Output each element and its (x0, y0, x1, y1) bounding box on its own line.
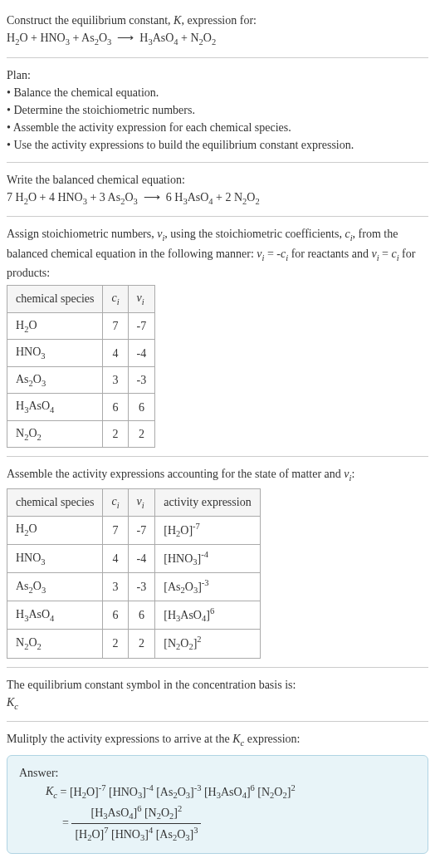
table-header: activity expression (155, 489, 260, 517)
table-cell: 6 (128, 394, 155, 421)
plan-item: • Assemble the activity expression for e… (7, 119, 428, 136)
balanced-equation: 7 H2O + 4 HNO3 + 3 As2O3 ⟶ 6 H3AsO4 + 2 … (7, 189, 428, 208)
table-cell: 2 (103, 630, 128, 658)
stoich-section: Assign stoichiometric numbers, νi, using… (7, 220, 428, 453)
table-cell: [H3AsO4]6 (155, 601, 260, 630)
table-cell: [As2O3]-3 (155, 572, 260, 601)
table-row: H2O 7 -7 [H2O]-7 (7, 516, 261, 544)
table-cell: H3AsO4 (7, 601, 103, 630)
table-cell: [H2O]-7 (155, 516, 260, 544)
activity-section: Assemble the activity expressions accoun… (7, 460, 428, 663)
table-cell: As2O3 (7, 572, 103, 601)
divider (7, 456, 428, 457)
divider (7, 162, 428, 163)
plan-item: • Use the activity expressions to build … (7, 136, 428, 154)
table-row: N2O2 2 2 [N2O2]2 (7, 630, 261, 658)
plan-item: • Determine the stoichiometric numbers. (7, 101, 428, 119)
answer-denominator: [H2O]7 [HNO3]4 [As2O3]3 (71, 824, 201, 845)
table-cell: 6 (128, 601, 155, 630)
table-cell: 4 (103, 340, 128, 367)
table-cell: N2O2 (7, 630, 103, 658)
table-row: As2O3 3 -3 [As2O3]-3 (7, 572, 261, 601)
table-header: ci (103, 286, 128, 313)
table-cell: HNO3 (7, 340, 103, 367)
table-cell: 2 (128, 630, 155, 658)
divider (7, 57, 428, 58)
intro-line1: Construct the equilibrium constant, K, e… (7, 12, 428, 29)
answer-fraction: [H3AsO4]6 [N2O2]2 [H2O]7 [HNO3]4 [As2O3]… (71, 802, 201, 845)
plan-title: Plan: (7, 66, 428, 84)
balanced-title: Write the balanced chemical equation: (7, 171, 428, 189)
table-cell: As2O3 (7, 366, 103, 394)
table-cell: N2O2 (7, 420, 103, 448)
divider (7, 216, 428, 217)
table-header: chemical species (7, 286, 103, 313)
multiply-line: Mulitply the activity expressions to arr… (7, 730, 428, 750)
table-cell: 7 (103, 516, 128, 544)
table-cell: -7 (128, 312, 155, 340)
answer-box: Answer: Kc = [H2O]-7 [HNO3]-4 [As2O3]-3 … (7, 755, 428, 855)
table-cell: 2 (103, 420, 128, 448)
answer-line1: Kc = [H2O]-7 [HNO3]-4 [As2O3]-3 [H3AsO4]… (19, 782, 416, 802)
table-cell: H2O (7, 516, 103, 544)
table-row: H2O 7 -7 (7, 312, 155, 340)
table-cell: 2 (128, 420, 155, 448)
symbol-section: The equilibrium constant symbol in the c… (7, 671, 428, 718)
table-row: HNO3 4 -4 (7, 340, 155, 367)
table-header: chemical species (7, 489, 103, 517)
symbol-kc: Kc (7, 694, 428, 714)
table-row: N2O2 2 2 (7, 420, 155, 448)
table-row: As2O3 3 -3 (7, 366, 155, 394)
plan-item: • Balance the chemical equation. (7, 84, 428, 101)
table-header-row: chemical species ci νi activity expressi… (7, 489, 261, 517)
table-cell: HNO3 (7, 544, 103, 572)
table-cell: 6 (103, 601, 128, 630)
table-cell: H2O (7, 312, 103, 340)
table-cell: 7 (103, 312, 128, 340)
divider (7, 667, 428, 668)
table-header: νi (128, 489, 155, 517)
activity-intro: Assemble the activity expressions accoun… (7, 465, 428, 485)
stoich-table: chemical species ci νi H2O 7 -7 HNO3 4 -… (7, 285, 155, 448)
table-row: HNO3 4 -4 [HNO3]-4 (7, 544, 261, 572)
table-cell: [N2O2]2 (155, 630, 260, 658)
stoich-intro: Assign stoichiometric numbers, νi, using… (7, 225, 428, 282)
answer-line2: = [H3AsO4]6 [N2O2]2 [H2O]7 [HNO3]4 [As2O… (36, 802, 416, 845)
answer-numerator: [H3AsO4]6 [N2O2]2 (71, 802, 201, 824)
table-cell: [HNO3]-4 (155, 544, 260, 572)
table-cell: -4 (128, 544, 155, 572)
table-header: ci (103, 489, 128, 517)
table-cell: -4 (128, 340, 155, 367)
table-header-row: chemical species ci νi (7, 286, 155, 313)
symbol-line1: The equilibrium constant symbol in the c… (7, 676, 428, 694)
table-cell: -7 (128, 516, 155, 544)
table-header: νi (128, 286, 155, 313)
divider (7, 721, 428, 722)
activity-table: chemical species ci νi activity expressi… (7, 488, 261, 659)
table-row: H3AsO4 6 6 (7, 394, 155, 421)
intro-equation: H2O + HNO3 + As2O3 ⟶ H3AsO4 + N2O2 (7, 29, 428, 49)
table-cell: 3 (103, 366, 128, 394)
table-cell: 3 (103, 572, 128, 601)
balanced-section: Write the balanced chemical equation: 7 … (7, 166, 428, 213)
plan-section: Plan: • Balance the chemical equation. •… (7, 61, 428, 159)
table-cell: -3 (128, 366, 155, 394)
intro-section: Construct the equilibrium constant, K, e… (7, 7, 428, 54)
answer-label: Answer: (19, 764, 416, 782)
table-cell: -3 (128, 572, 155, 601)
table-cell: 4 (103, 544, 128, 572)
table-cell: 6 (103, 394, 128, 421)
table-row: H3AsO4 6 6 [H3AsO4]6 (7, 601, 261, 630)
multiply-section: Mulitply the activity expressions to arr… (7, 725, 428, 859)
table-cell: H3AsO4 (7, 394, 103, 421)
